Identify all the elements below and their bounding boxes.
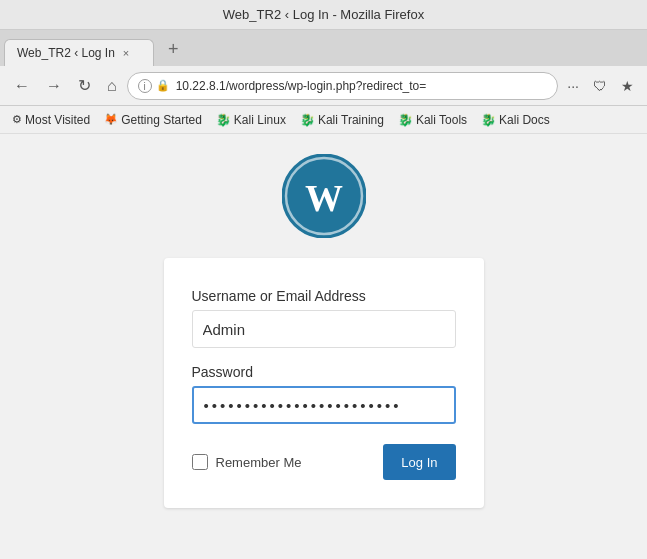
kali-tools-icon: 🐉 <box>398 113 413 127</box>
username-input[interactable] <box>192 310 456 348</box>
username-label: Username or Email Address <box>192 288 456 304</box>
home-button[interactable]: ⌂ <box>101 73 123 99</box>
window-title: Web_TR2 ‹ Log In - Mozilla Firefox <box>223 7 424 22</box>
bookmark-kali-tools-label: Kali Tools <box>416 113 467 127</box>
login-button[interactable]: Log In <box>383 444 455 480</box>
navigation-bar: ← → ↻ ⌂ i 🔒 10.22.8.1/wordpress/wp-login… <box>0 66 647 106</box>
info-icon: i <box>138 79 152 93</box>
bookmark-kali-training-label: Kali Training <box>318 113 384 127</box>
lock-icon: 🔒 <box>156 79 170 92</box>
kali-linux-icon: 🐉 <box>216 113 231 127</box>
getting-started-icon: 🦊 <box>104 113 118 126</box>
remember-left: Remember Me <box>192 454 302 470</box>
bookmark-getting-started[interactable]: 🦊 Getting Started <box>98 111 208 129</box>
active-tab[interactable]: Web_TR2 ‹ Log In × <box>4 39 154 66</box>
bookmark-kali-training[interactable]: 🐉 Kali Training <box>294 111 390 129</box>
pocket-button[interactable]: 🛡 <box>588 75 612 97</box>
more-button[interactable]: ··· <box>562 75 584 97</box>
password-label: Password <box>192 364 456 380</box>
address-text: 10.22.8.1/wordpress/wp-login.php?redirec… <box>176 79 548 93</box>
password-input[interactable] <box>192 386 456 424</box>
bookmark-getting-started-label: Getting Started <box>121 113 202 127</box>
bookmark-kali-tools[interactable]: 🐉 Kali Tools <box>392 111 473 129</box>
back-button[interactable]: ← <box>8 73 36 99</box>
kali-docs-icon: 🐉 <box>481 113 496 127</box>
tab-label: Web_TR2 ‹ Log In <box>17 46 115 60</box>
nav-right-icons: ··· 🛡 ★ <box>562 75 639 97</box>
login-box: Username or Email Address Password Remem… <box>164 258 484 508</box>
remember-me-label: Remember Me <box>216 455 302 470</box>
bookmark-kali-docs-label: Kali Docs <box>499 113 550 127</box>
address-bar-icons: i 🔒 <box>138 79 170 93</box>
remember-me-checkbox[interactable] <box>192 454 208 470</box>
tab-close-icon[interactable]: × <box>123 47 129 59</box>
wordpress-logo: W <box>282 154 366 238</box>
page-content: W Username or Email Address Password Rem… <box>0 134 647 559</box>
most-visited-icon: ⚙ <box>12 113 22 126</box>
bookmark-most-visited-label: Most Visited <box>25 113 90 127</box>
new-tab-button[interactable]: + <box>158 33 189 66</box>
bookmarks-bar: ⚙ Most Visited 🦊 Getting Started 🐉 Kali … <box>0 106 647 134</box>
reload-button[interactable]: ↻ <box>72 72 97 99</box>
browser-titlebar: Web_TR2 ‹ Log In - Mozilla Firefox <box>0 0 647 30</box>
bookmark-kali-linux-label: Kali Linux <box>234 113 286 127</box>
bookmark-star-button[interactable]: ★ <box>616 75 639 97</box>
bookmark-kali-docs[interactable]: 🐉 Kali Docs <box>475 111 556 129</box>
address-bar[interactable]: i 🔒 10.22.8.1/wordpress/wp-login.php?red… <box>127 72 559 100</box>
remember-row: Remember Me Log In <box>192 444 456 480</box>
kali-training-icon: 🐉 <box>300 113 315 127</box>
forward-button[interactable]: → <box>40 73 68 99</box>
bookmark-kali-linux[interactable]: 🐉 Kali Linux <box>210 111 292 129</box>
browser-tabs: Web_TR2 ‹ Log In × + <box>0 30 647 66</box>
bookmark-most-visited[interactable]: ⚙ Most Visited <box>6 111 96 129</box>
svg-text:W: W <box>305 177 343 219</box>
